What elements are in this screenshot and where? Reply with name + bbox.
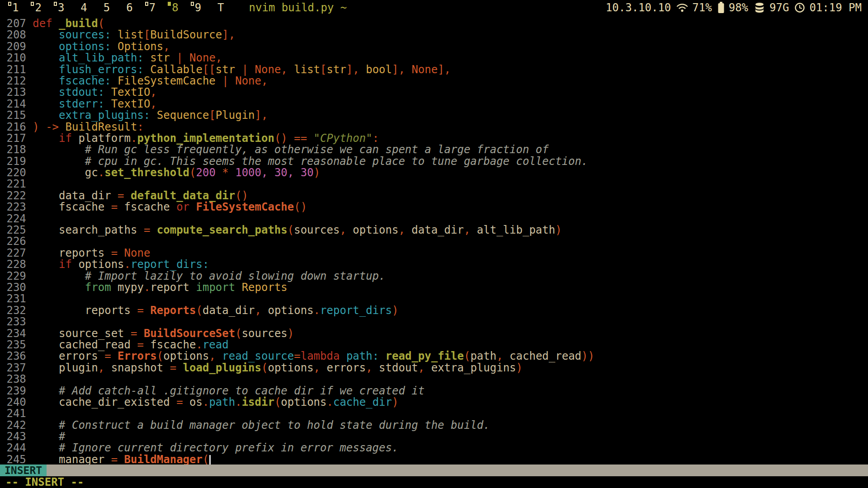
code-line[interactable]: 228 if options.report_dirs: — [0, 259, 868, 270]
code-line[interactable]: 231 — [0, 293, 868, 305]
code-line[interactable]: 227 reports = None — [0, 248, 868, 259]
code-token: = — [118, 189, 124, 202]
code-token: manager — [33, 453, 111, 466]
code-line[interactable]: 239 # Add catch-all .gitignore to cache … — [0, 385, 868, 397]
code-line[interactable]: 230 from mypy.report import Reports — [0, 282, 868, 293]
code-line[interactable]: 229 # Import lazily to avoid slowing dow… — [0, 271, 868, 282]
code-line[interactable]: 226 — [0, 236, 868, 247]
code-token: fscache — [33, 201, 111, 213]
code-line[interactable]: 209 options: Options, — [0, 41, 868, 52]
code-token: os — [183, 396, 203, 408]
line-number: 228 — [0, 259, 26, 270]
code-line[interactable]: 215 extra_plugins: Sequence[Plugin], — [0, 110, 868, 121]
tmux-window-8[interactable]: 8 — [168, 1, 178, 14]
code-token — [379, 350, 385, 362]
code-line[interactable]: 218 # Run gc less frequently, as otherwi… — [0, 144, 868, 155]
code-line[interactable]: 236 errors = Errors(options, read_source… — [0, 351, 868, 362]
code-line[interactable]: 233 — [0, 316, 868, 328]
code-line[interactable]: 220 gc.set_threshold(200 * 1000, 30, 30) — [0, 167, 868, 178]
code-line[interactable]: 216 ) -> BuildResult: — [0, 122, 868, 133]
tmux-window-7[interactable]: 7 — [145, 1, 156, 14]
code-token: plugin — [33, 361, 98, 374]
window-activity-flag-filled — [168, 2, 171, 6]
code-token — [111, 75, 118, 87]
code-line[interactable]: 245 manager = BuildManager( — [0, 454, 868, 465]
tmux-window-label: 4 — [80, 1, 87, 14]
code-token: # Import lazily to avoid slowing down st… — [85, 270, 386, 282]
tmux-window-4[interactable]: 4 — [76, 1, 87, 14]
code-line[interactable]: 219 # cpu in gc. This seems the most rea… — [0, 156, 868, 167]
code-token: cached_read — [33, 338, 137, 351]
tmux-window-label: 7 — [149, 1, 156, 14]
code-token: : — [373, 132, 379, 145]
code-line[interactable]: 243 # — [0, 431, 868, 442]
code-token: list — [118, 28, 144, 41]
code-line[interactable]: 234 source_set = BuildSourceSet(sources) — [0, 328, 868, 339]
code-token: # Ignore current directory prefix in err… — [59, 441, 398, 454]
code-token: = — [144, 224, 150, 236]
code-line[interactable]: 210 alt_lib_path: str | None, — [0, 52, 868, 64]
code-line[interactable]: 240 cache_dir_existed = os.path.isdir(op… — [0, 397, 868, 408]
code-token: load_plugins — [183, 361, 261, 374]
code-token: read_py_file — [386, 350, 464, 362]
code-line[interactable]: 213 stdout: TextIO, — [0, 87, 868, 98]
tmux-window-3[interactable]: 3 — [54, 1, 64, 14]
code-token: sources: — [59, 28, 111, 41]
line-number: 209 — [0, 41, 26, 52]
code-line[interactable]: 235 cached_read = fscache.read — [0, 339, 868, 351]
code-token: # cpu in gc. This seems the most reasona… — [85, 155, 588, 168]
code-token: extra_plugins: — [59, 109, 150, 122]
window-activity-flag — [145, 2, 148, 6]
code-line[interactable]: 212 fscache: FileSystemCache | None, — [0, 75, 868, 87]
code-line[interactable]: 238 — [0, 374, 868, 385]
line-number: 214 — [0, 99, 26, 110]
code-line[interactable]: 242 # Construct a build manager object t… — [0, 420, 868, 431]
code-token: () — [274, 132, 288, 145]
code-token: = — [137, 304, 143, 317]
code-line[interactable]: 211 flush_errors: Callable[[str | None, … — [0, 64, 868, 75]
code-line[interactable]: 223 fscache = fscache or FileSystemCache… — [0, 202, 868, 213]
window-activity-flag — [191, 2, 194, 6]
tmux-window-9[interactable]: 9 — [191, 1, 201, 14]
code-line[interactable]: 232 reports = Reports(data_dir, options.… — [0, 305, 868, 316]
code-token: ) — [555, 224, 561, 236]
line-number: 239 — [0, 385, 26, 397]
code-line[interactable]: 224 — [0, 213, 868, 225]
code-token: , — [150, 86, 156, 99]
code-line[interactable]: 214 stderr: TextIO, — [0, 99, 868, 110]
code-line[interactable]: 225 search_paths = compute_search_paths(… — [0, 225, 868, 236]
editor-buffer[interactable]: 207 def _build(208 sources: list[BuildSo… — [0, 15, 868, 473]
code-token: == — [294, 132, 307, 145]
code-line[interactable]: 207 def _build( — [0, 18, 868, 29]
code-line[interactable]: 217 if platform.python_implementation() … — [0, 133, 868, 144]
tmux-window-T[interactable]: T — [213, 1, 224, 14]
code-line[interactable]: 222 data_dir = default_data_dir() — [0, 190, 868, 202]
code-token: ], — [392, 63, 405, 76]
code-token: Callable — [150, 63, 203, 76]
tmux-window-6[interactable]: 6 — [122, 1, 132, 14]
code-token: alt_lib_path — [470, 224, 555, 236]
code-token: , — [150, 98, 156, 110]
code-line[interactable]: 208 sources: list[BuildSource], — [0, 29, 868, 41]
code-line[interactable]: 221 — [0, 178, 868, 190]
code-token: , — [366, 361, 372, 374]
line-number: 213 — [0, 87, 26, 98]
tmux-window-2[interactable]: 2 — [31, 1, 41, 14]
code-line[interactable]: 244 # Ignore current directory prefix in… — [0, 442, 868, 454]
vim-statusline: INSERT — [0, 465, 868, 476]
code-token: , — [98, 361, 104, 374]
code-line[interactable]: 241 — [0, 408, 868, 419]
code-line[interactable]: 237 plugin, snapshot = load_plugins(opti… — [0, 362, 868, 374]
tmux-window-list: 123456789T — [0, 1, 224, 14]
code-token: FileSystemCache — [196, 201, 294, 213]
line-number: 217 — [0, 133, 26, 144]
line-number: 215 — [0, 110, 26, 121]
tmux-window-1[interactable]: 1 — [8, 1, 19, 14]
code-token — [405, 63, 411, 76]
code-token: path — [470, 350, 496, 362]
tmux-window-5[interactable]: 5 — [99, 1, 110, 14]
line-number: 243 — [0, 431, 26, 442]
code-token — [359, 63, 366, 76]
code-token: 30, — [274, 166, 294, 179]
code-token: stdout — [373, 361, 418, 374]
